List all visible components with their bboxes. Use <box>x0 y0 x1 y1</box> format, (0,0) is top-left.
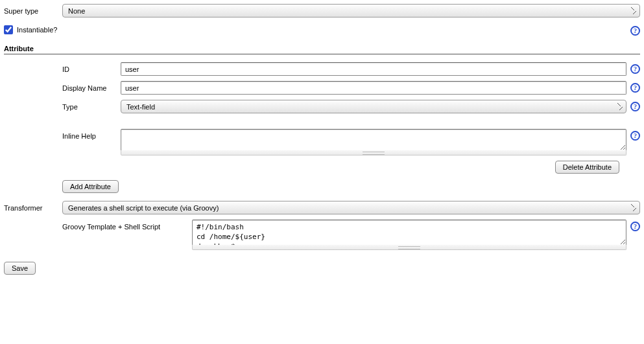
delete-attribute-row: Delete Attribute <box>4 161 619 174</box>
attribute-inlinehelp-label: Inline Help <box>62 129 121 140</box>
super-type-row: Super type None <box>4 4 640 17</box>
add-attribute-button[interactable]: Add Attribute <box>62 180 119 193</box>
transformer-row: Transformer Generates a shell script to … <box>4 201 640 214</box>
script-label: Groovy Template + Shell Script <box>62 220 192 231</box>
instantiable-checkbox[interactable] <box>4 25 13 34</box>
attribute-displayname-input[interactable] <box>121 81 626 95</box>
save-button[interactable]: Save <box>4 262 36 275</box>
attribute-type-select[interactable]: Text-field <box>121 100 626 113</box>
help-icon[interactable]: ? <box>630 131 640 141</box>
transformer-select-wrap: Generates a shell script to execute (via… <box>62 201 640 214</box>
transformer-select[interactable]: Generates a shell script to execute (via… <box>62 201 640 214</box>
delete-attribute-button[interactable]: Delete Attribute <box>555 161 619 174</box>
help-icon[interactable]: ? <box>630 64 640 74</box>
attribute-inlinehelp-textarea[interactable] <box>121 129 626 151</box>
super-type-select[interactable]: None <box>62 4 640 17</box>
add-attribute-row: Add Attribute <box>62 180 640 193</box>
attribute-id-input[interactable] <box>121 62 626 76</box>
attribute-id-label: ID <box>62 62 121 73</box>
super-type-select-wrap: None <box>62 4 640 17</box>
help-icon[interactable]: ? <box>630 26 640 36</box>
script-row: Groovy Template + Shell Script ? <box>4 220 640 250</box>
help-icon[interactable]: ? <box>630 83 640 93</box>
help-icon[interactable]: ? <box>630 102 640 111</box>
attribute-displayname-row: Display Name ? <box>4 81 640 95</box>
attribute-type-row: Type Text-field ? <box>4 100 640 113</box>
attribute-displayname-label: Display Name <box>62 81 121 92</box>
super-type-label: Super type <box>4 4 62 15</box>
script-textarea[interactable] <box>192 220 626 246</box>
instantiable-row: Instantiable? ? <box>4 24 640 36</box>
attribute-section-header: Attribute <box>4 45 640 54</box>
attribute-id-row: ID ? <box>4 62 640 76</box>
attribute-type-label: Type <box>62 100 121 111</box>
instantiable-label: Instantiable? <box>17 26 57 34</box>
textarea-resize-bar[interactable] <box>192 245 626 250</box>
help-icon[interactable]: ? <box>630 222 640 231</box>
textarea-resize-bar[interactable] <box>121 150 626 155</box>
save-row: Save <box>4 262 640 275</box>
attribute-inlinehelp-row: Inline Help ? <box>4 129 640 155</box>
transformer-label: Transformer <box>4 201 62 212</box>
attribute-type-select-wrap: Text-field <box>121 100 626 113</box>
